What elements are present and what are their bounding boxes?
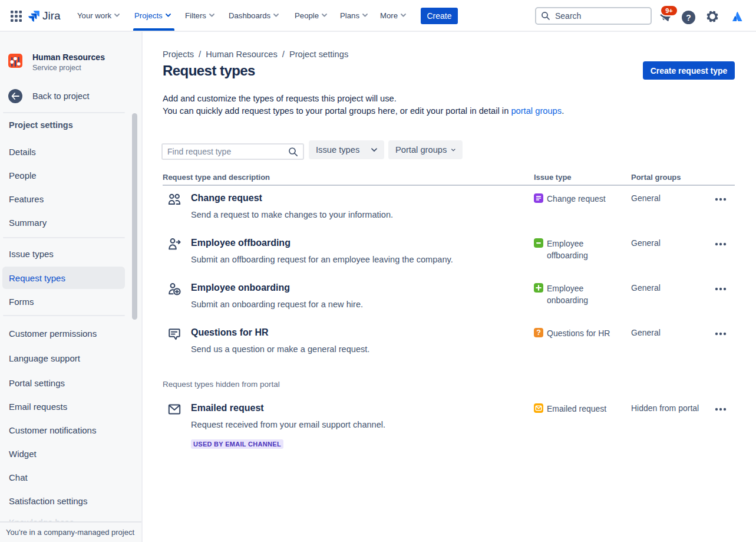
svg-text:?: ? [686,13,691,22]
svg-text:?: ? [536,329,541,337]
